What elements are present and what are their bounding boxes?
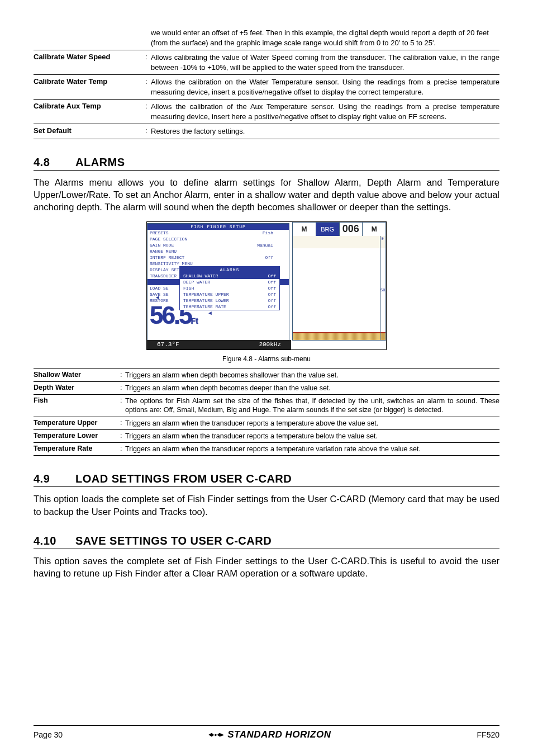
brand-text: STANDARD HORIZON [227,729,331,740]
menu-item: GAIN MODEManual [147,242,289,248]
alarm-desc: The options for Fish Alarm set the size … [125,396,499,415]
sonar-panel: M BRG 006 M 050 [292,222,386,341]
menu-item: PRESETSFish [147,230,289,236]
def-term: Calibrate Aux Temp [34,102,145,121]
def-row: Calibrate Water Speed : Allows calibrati… [34,50,499,74]
section-number: 4.10 [34,535,75,547]
section-48-body: The Alarms menu allows you to define ala… [34,176,499,214]
alarm-desc: Triggers an alarm when the transducer re… [125,432,499,441]
submenu-item: FISHOff [180,285,279,291]
status-bar: 67.3°F 200kHz [147,340,291,349]
intro-paragraph: we would enter an offset of +5 feet. The… [34,28,499,50]
alarm-row: Temperature Rate : Triggers an alarm whe… [34,442,499,456]
alarm-row: Temperature Upper : Triggers an alarm wh… [34,417,499,429]
def-desc: Restores the factory settings. [151,126,499,136]
alarm-desc: Triggers an alarm when the transducer re… [125,445,499,453]
def-desc: Allows the calibration of the Aux Temper… [151,102,499,121]
alarm-desc: Triggers an alarm when depth becomes sha… [125,371,499,380]
def-desc: Allows the calibration on the Water Temp… [151,77,499,97]
alarm-row: Fish : The options for Fish Alarm set th… [34,394,499,417]
temp-readout: 67.3°F [157,341,179,348]
hdr-m: M [293,223,316,236]
brand-logo: STANDARD HORIZON [208,729,331,740]
menu-item: PAGE SELECTION [147,236,289,242]
submenu-titlebar: ALARMS [180,267,279,273]
section-heading-load: 4.9LOAD SETTINGS FROM USER C-CARD [34,472,499,487]
sonar-header: M BRG 006 M [293,223,386,236]
menu-item: INTERF REJECTOff [147,254,289,261]
freq-readout: 200kHz [259,341,281,348]
section-heading-alarms: 4.8ALARMS [34,156,499,171]
menu-item: RANGE MENU [147,248,289,254]
submenu-item: TEMPERATURE RATEOff [180,304,279,310]
alarm-row: Shallow Water : Triggers an alarm when d… [34,368,499,381]
screenshot: FISH FINDER SETUP PRESETSFish PAGE SELEC… [146,221,387,350]
submenu-item: TEMPERATURE UPPEROff [180,291,279,297]
alarm-term: Fish [34,396,120,415]
section-number: 4.9 [34,472,75,485]
def-term: Set Default [34,126,145,136]
alarm-term: Temperature Rate [34,445,120,453]
section-number: 4.8 [34,156,75,169]
sonar-scale: 050 [380,236,384,340]
section-title: LOAD SETTINGS FROM USER C-CARD [75,472,292,485]
figure-4-8: FISH FINDER SETUP PRESETSFish PAGE SELEC… [34,221,499,352]
wave-icon [208,731,224,739]
alarm-term: Shallow Water [34,371,120,380]
def-row: Calibrate Water Temp : Allows the calibr… [34,74,499,99]
def-colon: : [145,53,151,72]
alarm-desc: Triggers an alarm when the transducer re… [125,419,499,428]
def-colon: : [145,77,151,97]
section-49-body: This option loads the complete set of Fi… [34,493,499,518]
alarm-term: Depth Water [34,384,120,393]
alarm-term: Temperature Upper [34,419,120,428]
submenu-item-selected: SHALLOW WATEROff [180,273,279,279]
def-colon: : [145,126,151,136]
alarm-term: Temperature Lower [34,432,120,441]
section-410-body: This option saves the complete set of Fi… [34,555,499,580]
def-row: Set Default : Restores the factory setti… [34,124,499,139]
def-colon: : [145,102,151,121]
hdr-m: M [363,223,386,236]
figure-caption: Figure 4.8 - Alarms sub-menu [34,355,499,363]
section-title: SAVE SETTINGS TO USER C-CARD [75,535,272,547]
page-footer: Page 30 STANDARD HORIZON FF520 [34,725,499,740]
fish-icon: ◄ [156,295,159,301]
submenu-item: TEMPERATURE LOWEROff [180,297,279,304]
section-title: ALARMS [75,156,125,168]
hdr-brg: BRG [316,223,340,236]
alarm-row: Depth Water : Triggers an alarm when dep… [34,381,499,394]
alarm-row: Temperature Lower : Triggers an alarm wh… [34,429,499,442]
def-term: Calibrate Water Temp [34,77,145,97]
model-number: FF520 [477,730,499,739]
fish-icon: ◄ [208,310,212,316]
alarms-submenu: ALARMS SHALLOW WATEROff DEEP WATEROff FI… [179,266,280,310]
panel-titlebar: FISH FINDER SETUP [147,224,289,230]
submenu-item: DEEP WATEROff [180,279,279,285]
sonar-water [293,236,386,340]
def-term: Calibrate Water Speed [34,53,145,72]
page-number: Page 30 [34,730,63,739]
section-heading-save: 4.10SAVE SETTINGS TO USER C-CARD [34,535,499,549]
top-def-table: Calibrate Water Speed : Allows calibrati… [34,50,499,139]
def-desc: Allows calibrating the value of Water Sp… [151,53,499,72]
alarm-def-table: Shallow Water : Triggers an alarm when d… [34,368,499,456]
sonar-bottom [293,332,386,340]
hdr-bearing-value: 006 [340,223,363,236]
def-row: Calibrate Aux Temp : Allows the calibrat… [34,99,499,124]
alarm-desc: Triggers an alarm when depth becomes dee… [125,384,499,393]
